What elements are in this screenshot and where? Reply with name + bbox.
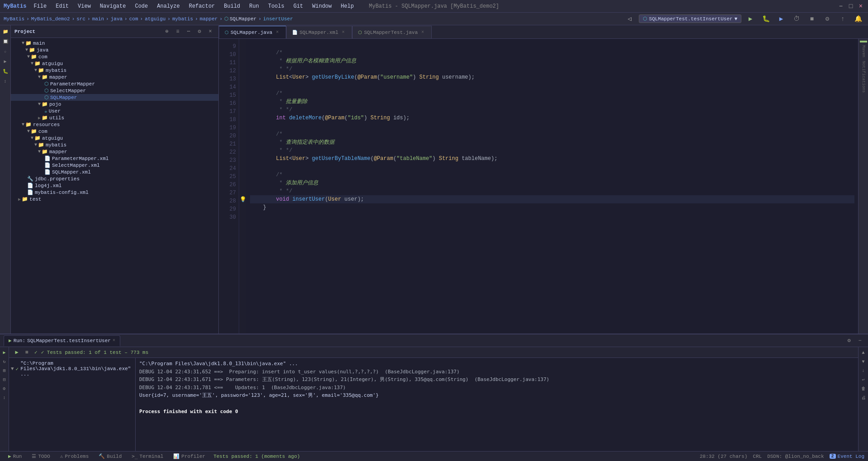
breadcrumb-mybatis2[interactable]: mybatis [172,16,193,22]
menu-build[interactable]: Build [222,2,242,10]
tree-item-resources[interactable]: ▼ 📁 resources [11,121,218,128]
tab-close-sqlmapper-java[interactable]: × [274,29,280,36]
breadcrumb-src[interactable]: src [76,16,85,22]
filter-button[interactable]: ⚙ [1,385,8,392]
tree-item-user[interactable]: ☕ User [11,108,218,114]
breadcrumb-project[interactable]: MyBatis_demo2 [31,16,70,22]
play-button[interactable]: ▶ [1,349,8,356]
close-button[interactable]: × [857,3,864,10]
back-button[interactable]: ◁ [623,13,636,25]
git-sidebar-icon[interactable]: ↕ [1,77,10,86]
breadcrumb-mapper[interactable]: mapper [200,16,218,22]
tree-item-test[interactable]: ▶ 📁 test [11,196,218,202]
run-coverage-button[interactable]: ▶ [775,13,788,25]
menu-window[interactable]: Window [311,2,334,10]
tree-item-utils[interactable]: ▶ 📁 utils [11,114,218,121]
maximize-button[interactable]: □ [847,3,854,10]
tree-item-res-mybatis[interactable]: ▼ 📁 mybatis [11,141,218,148]
menu-edit[interactable]: Edit [54,2,71,10]
panel-settings-button[interactable]: ⚙ [195,27,204,36]
rerun-button[interactable]: ↻ [1,358,8,365]
tree-item-pojo[interactable]: ▼ 📁 pojo [11,101,218,108]
status-tab-problems[interactable]: ⚠ Problems [56,451,93,461]
wrap-button[interactable]: ↩ [860,376,867,383]
breadcrumb-com[interactable]: com [129,16,138,22]
tab-close-sqlmapper-xml[interactable]: × [340,29,346,36]
scroll-down-button[interactable]: ▼ [860,358,867,365]
debug-button[interactable]: 🐛 [760,13,772,25]
run-sidebar-icon[interactable]: ▶ [1,57,10,66]
menu-git[interactable]: Git [292,2,305,10]
collapse-all-button[interactable]: ≡ [173,27,182,36]
collapse-tree-button[interactable]: ⊟ [1,376,8,383]
tree-item-jdbc[interactable]: 🔧 jdbc.properties [11,175,218,182]
menu-view[interactable]: View [76,2,93,10]
menu-tools[interactable]: Tools [266,2,286,10]
project-icon[interactable]: 📁 [1,27,10,36]
breadcrumb-mybatis[interactable]: MyBatis [4,16,24,22]
sort-button[interactable]: ↕ [1,394,8,401]
run-button[interactable]: ▶ [744,13,757,25]
menu-refactor[interactable]: Refactor [187,2,217,10]
tree-item-selectmapper-xml[interactable]: 📄 SelectMapper.xml [11,162,218,169]
notifications-label[interactable]: Notifications [860,59,867,94]
git-button[interactable]: ↑ [836,13,849,25]
scroll-from-source-button[interactable]: ⊕ [162,27,171,36]
scroll-up-button[interactable]: ▲ [860,349,867,356]
bottom-settings-button[interactable]: ⚙ [844,336,854,345]
tree-item-atguigu[interactable]: ▼ 📁 atguigu [11,60,218,67]
tree-item-mybatis[interactable]: ▼ 📁 mybatis [11,67,218,74]
breadcrumb-sqlmapper[interactable]: SQLMapper [230,16,256,22]
menu-navigate[interactable]: Navigate [98,2,128,10]
run-tab-close[interactable]: × [113,338,115,343]
test-tree-collapse[interactable]: ▼ ✓ "C:\Program Files\Java\jdk1.8.0_131\… [9,360,135,378]
status-tab-todo[interactable]: ☰ TODO [27,451,54,461]
tree-item-mybatis-config[interactable]: 📄 mybatis-config.xml [11,189,218,196]
tree-item-res-atguigu[interactable]: ▼ 📁 atguigu [11,135,218,141]
status-tab-profiler[interactable]: 📊 Profiler [169,451,210,461]
bulb-icon[interactable]: 💡 [240,196,246,203]
tree-item-main[interactable]: ▼ 📁 main [11,40,218,47]
structure-icon[interactable]: 🔲 [1,37,10,46]
menu-code[interactable]: Code [133,2,150,10]
run-again-button[interactable]: ▶ [13,348,21,357]
tree-item-res-mapper[interactable]: ▼ 📁 mapper [11,148,218,155]
tab-close-sqlmappertest-java[interactable]: × [420,29,426,36]
menu-analyze[interactable]: Analyze [155,2,181,10]
menu-help[interactable]: Help [339,2,356,10]
stop-button[interactable]: ■ [806,13,818,25]
tree-item-parametermapper[interactable]: ⬡ ParameterMapper [11,80,218,87]
scroll-end-button[interactable]: ↓ [860,367,867,374]
tab-sqlmapper-xml[interactable]: 📄 SQLMapper.xml × [286,26,352,38]
tree-item-parametermapper-xml[interactable]: 📄 ParameterMapper.xml [11,155,218,162]
maven-label[interactable]: Maven [860,43,867,59]
tree-item-log4j[interactable]: 📄 log4j.xml [11,182,218,189]
tree-item-selectmapper[interactable]: ⬡ SelectMapper [11,87,218,94]
menu-file[interactable]: File [32,2,48,10]
event-log-label[interactable]: Event Log [838,454,864,459]
bottom-hide-button[interactable]: − [855,336,864,345]
scroll-marker-success[interactable] [860,41,867,42]
status-tab-run[interactable]: ▶ Run [4,451,26,461]
breadcrumb-main[interactable]: main [92,16,104,22]
bottom-tab-run[interactable]: ▶ Run: SQLMapperTest.testInsertUser × [4,335,120,346]
notifications-button[interactable]: 🔔 [852,13,864,25]
tree-item-sqlmapper-xml[interactable]: 📄 SQLMapper.xml [11,169,218,175]
menu-run[interactable]: Run [247,2,261,10]
panel-close-button[interactable]: × [206,27,215,36]
favorites-icon[interactable]: ☆ [1,47,10,56]
tree-item-res-com[interactable]: ▼ 📁 com [11,128,218,135]
minimize-button[interactable]: − [837,3,844,10]
code-content[interactable]: /* * 根据用户名模糊查询用户信息 * */ List<User> getU [246,39,858,334]
status-tab-terminal[interactable]: >_ Terminal [127,451,168,461]
tab-sqlmappertest-java[interactable]: ⬡ SQLMapperTest.java × [352,26,432,38]
debug-sidebar-icon[interactable]: 🐛 [1,67,10,76]
gutter-28[interactable]: 💡 [239,195,246,203]
print-button[interactable]: 🖨 [860,394,867,401]
settings-button[interactable]: ⚙ [821,13,834,25]
profile-button[interactable]: ⏱ [790,13,803,25]
tree-item-sqlmapper[interactable]: ⬡ SQLMapper [11,94,218,101]
expand-tree-button[interactable]: ⊞ [1,367,8,374]
tree-item-com[interactable]: ▼ 📁 com [11,53,218,60]
breadcrumb-insertuser[interactable]: insertUser [263,16,293,22]
